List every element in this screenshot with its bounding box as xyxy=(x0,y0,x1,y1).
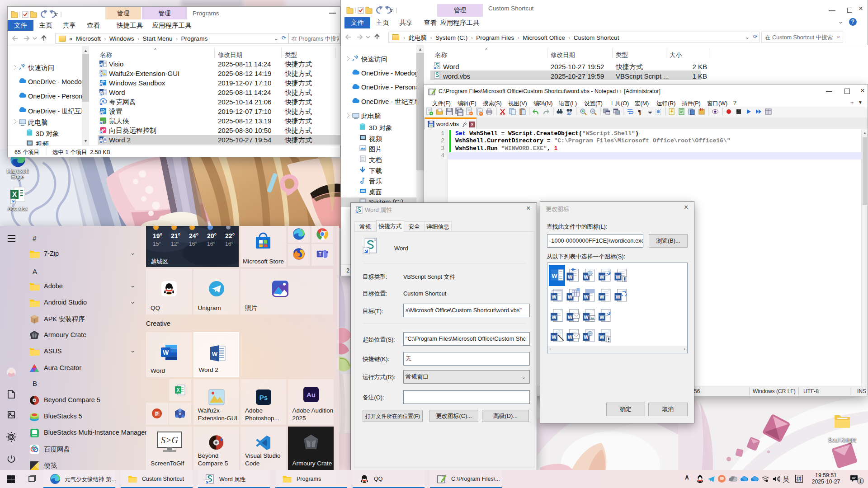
svg-text:24°: 24° xyxy=(189,232,198,239)
svg-text:W: W xyxy=(584,314,589,320)
svg-text:ab: ab xyxy=(567,111,571,116)
svg-text:¶: ¶ xyxy=(638,109,642,116)
svg-text:W: W xyxy=(552,334,557,340)
svg-text:W: W xyxy=(212,351,217,357)
svg-text:16°: 16° xyxy=(207,241,215,247)
svg-text:W: W xyxy=(584,274,589,280)
svg-text:16°: 16° xyxy=(225,241,233,247)
svg-text:W: W xyxy=(599,314,604,320)
svg-text:V: V xyxy=(179,412,181,416)
svg-text:16°: 16° xyxy=(189,241,197,247)
svg-text:X: X xyxy=(177,388,180,393)
svg-text:W: W xyxy=(568,274,573,280)
svg-text:W: W xyxy=(599,294,604,300)
svg-text:W: W xyxy=(599,274,604,280)
svg-text:12°: 12° xyxy=(171,241,179,247)
svg-text:X: X xyxy=(12,191,17,198)
svg-text:W: W xyxy=(616,294,621,300)
svg-text:W: W xyxy=(552,314,557,320)
svg-text:W: W xyxy=(599,334,604,340)
svg-text:T: T xyxy=(318,252,321,257)
svg-text:W: W xyxy=(163,349,169,356)
svg-text:21°: 21° xyxy=(171,232,180,239)
svg-text:W: W xyxy=(584,294,589,300)
svg-text:W: W xyxy=(616,274,621,280)
svg-text:越城区: 越城区 xyxy=(151,258,168,265)
svg-text:15°: 15° xyxy=(153,241,161,247)
svg-text:19°: 19° xyxy=(153,232,162,239)
svg-text:S>G: S>G xyxy=(161,435,178,445)
svg-text:W: W xyxy=(584,334,589,340)
svg-text:P: P xyxy=(155,411,158,417)
svg-text:Au: Au xyxy=(307,391,316,399)
svg-text:W: W xyxy=(552,272,557,279)
svg-text:W: W xyxy=(552,294,557,300)
svg-text:W: W xyxy=(568,314,573,320)
svg-text:W: W xyxy=(568,334,573,340)
svg-text:Ps: Ps xyxy=(259,394,268,401)
svg-text:20°: 20° xyxy=(207,232,217,239)
svg-text:22°: 22° xyxy=(225,232,235,239)
